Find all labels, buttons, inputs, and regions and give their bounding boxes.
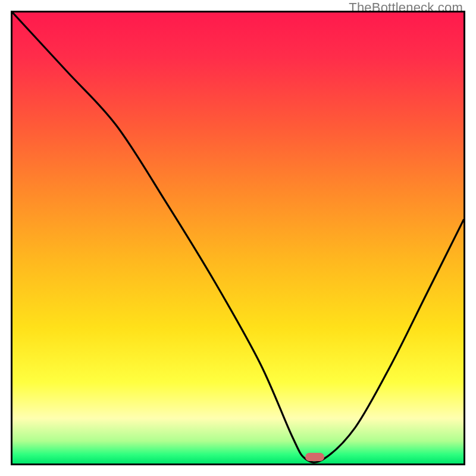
chart-frame	[11, 11, 465, 465]
bottleneck-curve	[12, 12, 464, 462]
optimal-marker	[305, 453, 324, 461]
curve-svg	[12, 12, 464, 464]
